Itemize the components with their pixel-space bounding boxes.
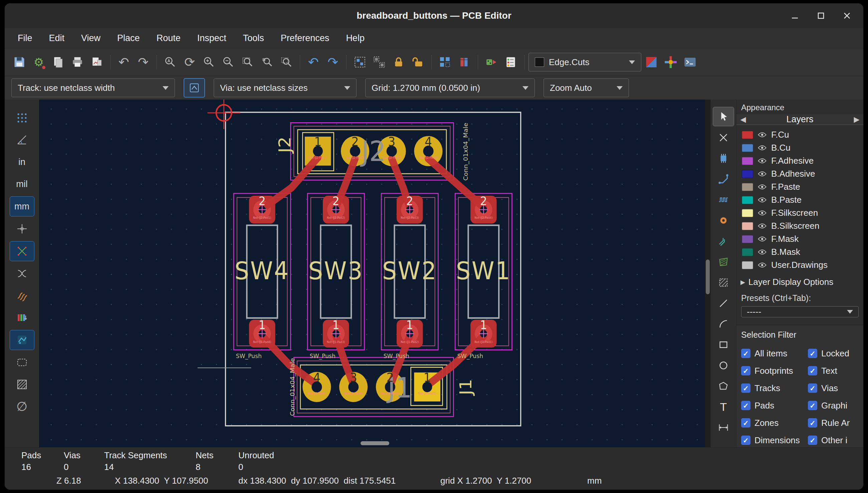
- checkbox-checked[interactable]: ✓: [741, 349, 751, 358]
- layer-color-swatch[interactable]: [742, 170, 753, 178]
- draw-circle-button[interactable]: [713, 356, 734, 375]
- checkbox-checked[interactable]: ✓: [741, 435, 751, 445]
- layer-dim-mode-button[interactable]: [10, 330, 35, 350]
- units-mm-button[interactable]: mm: [10, 196, 35, 216]
- checkbox-checked[interactable]: ✓: [808, 435, 817, 445]
- ratsnest-visibility-button[interactable]: [10, 241, 35, 261]
- group-items-button[interactable]: [351, 52, 369, 72]
- checkbox-checked[interactable]: ✓: [808, 366, 817, 376]
- zoom-fit-button[interactable]: [238, 52, 257, 72]
- layer-row-badhesive[interactable]: B.Adhesive: [736, 167, 863, 180]
- vertical-scrollbar[interactable]: [705, 100, 710, 447]
- menu-help[interactable]: Help: [337, 28, 373, 48]
- presets-dropdown[interactable]: -----: [741, 306, 859, 317]
- draw-rect-button[interactable]: [713, 335, 734, 354]
- nav-forward-button[interactable]: ↷: [324, 52, 342, 72]
- zone-display-button[interactable]: [10, 375, 34, 394]
- visibility-eye-icon[interactable]: [757, 223, 767, 229]
- add-zone-button[interactable]: [713, 253, 734, 271]
- layer-row-bpaste[interactable]: B.Paste: [736, 193, 863, 207]
- page-settings-button[interactable]: [49, 52, 67, 72]
- refresh-button[interactable]: ⟳: [180, 52, 199, 72]
- horizontal-scrollbar[interactable]: [360, 441, 389, 445]
- diff-pair-button[interactable]: [713, 232, 734, 251]
- menu-inspect[interactable]: Inspect: [189, 28, 235, 48]
- filter-all-items[interactable]: ✓All items: [741, 346, 808, 360]
- visibility-eye-icon[interactable]: [757, 262, 767, 268]
- visibility-eye-icon[interactable]: [757, 132, 767, 137]
- add-via-button[interactable]: [713, 211, 734, 230]
- minimize-button[interactable]: [790, 11, 800, 21]
- menu-file[interactable]: File: [9, 28, 41, 48]
- visibility-eye-icon[interactable]: [757, 210, 767, 216]
- layer-display-options[interactable]: ▶ Layer Display Options: [736, 273, 863, 288]
- library-browser-button[interactable]: [455, 52, 474, 72]
- find-button[interactable]: [161, 52, 180, 72]
- menu-preferences[interactable]: Preferences: [272, 28, 338, 48]
- filter-vias[interactable]: ✓Vias: [808, 381, 863, 395]
- filter-other-items[interactable]: ✓Other i: [808, 433, 863, 447]
- layer-color-swatch[interactable]: [742, 235, 753, 243]
- layer-color-swatch[interactable]: [742, 183, 753, 191]
- visibility-eye-icon[interactable]: [757, 236, 767, 242]
- layer-row-fpaste[interactable]: F.Paste: [736, 180, 863, 193]
- layer-row-bmask[interactable]: B.Mask: [736, 245, 863, 259]
- menu-tools[interactable]: Tools: [235, 28, 272, 48]
- tab-next-icon[interactable]: ▶: [850, 115, 863, 124]
- draw-line-button[interactable]: [713, 294, 734, 313]
- layer-row-fcu[interactable]: F.Cu: [736, 128, 863, 141]
- via-size-dropdown[interactable]: Via: use netclass sizes: [214, 79, 357, 97]
- dimension-button[interactable]: [713, 418, 734, 437]
- redo-button[interactable]: ↷: [134, 52, 153, 72]
- layer-row-bsilkscreen[interactable]: B.Silkscreen: [736, 219, 863, 233]
- filter-footprints[interactable]: ✓Footprints: [741, 364, 808, 378]
- visibility-eye-icon[interactable]: [757, 197, 767, 203]
- checkbox-checked[interactable]: ✓: [808, 401, 817, 410]
- undo-button[interactable]: ↶: [114, 52, 133, 72]
- checkbox-checked[interactable]: ✓: [808, 383, 817, 393]
- zoom-fit-objects-button[interactable]: [258, 52, 276, 72]
- draw-polygon-button[interactable]: [713, 377, 734, 395]
- print-button[interactable]: [68, 52, 87, 72]
- netclass-mode-button[interactable]: [184, 78, 205, 98]
- nav-back-button[interactable]: ↶: [304, 52, 323, 72]
- rule-area-button[interactable]: [713, 273, 734, 292]
- highlight-net-button[interactable]: [713, 128, 734, 147]
- board-setup-button[interactable]: ⚙: [29, 52, 48, 72]
- add-text-button[interactable]: T: [713, 398, 734, 416]
- layer-selector-dropdown[interactable]: Edge.Cuts: [529, 53, 641, 71]
- layer-row-fsilkscreen[interactable]: F.Silkscreen: [736, 207, 863, 219]
- update-pcb-button[interactable]: [482, 52, 501, 72]
- filter-locked[interactable]: ✓Locked: [808, 346, 863, 360]
- title-bar[interactable]: breadboard_buttons — PCB Editor: [5, 3, 863, 28]
- save-button[interactable]: [10, 52, 29, 72]
- filter-dimensions[interactable]: ✓Dimensions: [741, 433, 808, 447]
- layer-color-swatch[interactable]: [742, 131, 753, 139]
- checkbox-checked[interactable]: ✓: [741, 401, 751, 410]
- cursor-shape-button[interactable]: [10, 219, 34, 238]
- zone-hide-button[interactable]: ∅: [10, 397, 34, 416]
- menu-route[interactable]: Route: [148, 28, 189, 48]
- tune-length-button[interactable]: [713, 190, 734, 209]
- layer-row-bcu[interactable]: B.Cu: [736, 141, 863, 154]
- checkbox-checked[interactable]: ✓: [808, 418, 817, 428]
- select-tool-button[interactable]: [713, 107, 734, 126]
- drc-button[interactable]: [502, 52, 520, 72]
- menu-view[interactable]: View: [73, 28, 109, 48]
- layer-row-fadhesive[interactable]: F.Adhesive: [736, 154, 863, 167]
- zoom-in-button[interactable]: [200, 52, 218, 72]
- add-footprint-button[interactable]: [713, 149, 734, 168]
- plot-button[interactable]: [87, 52, 106, 72]
- copper-tracks[interactable]: [262, 158, 484, 385]
- route-tracks-button[interactable]: [713, 170, 734, 188]
- checkbox-checked[interactable]: ✓: [741, 366, 751, 376]
- pad-display-button[interactable]: [10, 353, 34, 372]
- visibility-eye-icon[interactable]: [757, 145, 767, 151]
- zoom-selection-button[interactable]: [277, 52, 296, 72]
- net-color-mode-button[interactable]: [10, 308, 34, 327]
- filter-text[interactable]: ✓Text: [808, 364, 863, 378]
- draw-arc-button[interactable]: [713, 315, 734, 333]
- tab-layers[interactable]: Layers: [750, 114, 850, 125]
- filter-graphics[interactable]: ✓Graphi: [808, 399, 863, 412]
- layer-color-swatch[interactable]: [742, 144, 753, 152]
